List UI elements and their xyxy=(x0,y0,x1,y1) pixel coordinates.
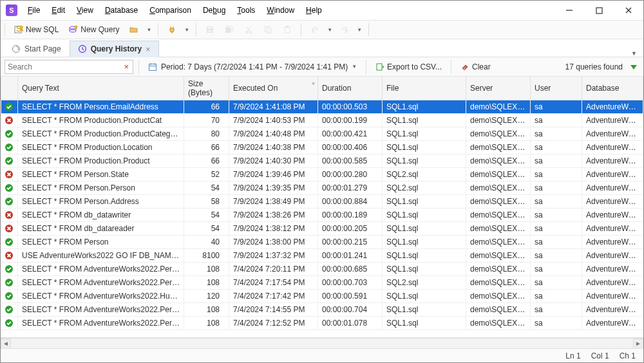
table-row[interactable]: SELECT * FROM Person.State527/9/2024 1:3… xyxy=(1,168,643,182)
connection-button[interactable] xyxy=(164,23,180,36)
status-col: Col 1 xyxy=(591,351,609,360)
col-database[interactable]: Database xyxy=(582,77,643,100)
cell-executed: 7/9/2024 1:39:46 PM xyxy=(229,168,318,182)
paste-icon xyxy=(283,25,292,34)
cell-user: sa xyxy=(531,263,582,276)
dropdown-icon[interactable]: ▼ xyxy=(326,27,334,33)
table-row[interactable]: SELECT * FROM Production.Location667/9/2… xyxy=(1,141,643,154)
col-status[interactable] xyxy=(1,77,18,100)
tab-query-history[interactable]: Query History × xyxy=(70,41,159,57)
menu-file[interactable]: File xyxy=(23,3,45,17)
save-button[interactable] xyxy=(202,23,218,36)
cell-server: demo\SQLEXPR... xyxy=(466,263,531,276)
column-filter-icon[interactable]: ▾ xyxy=(312,80,315,87)
period-label: Period: 7 Days (7/2/2024 1:41 PM - 7/9/2… xyxy=(161,62,348,71)
table-row[interactable]: SELECT * FROM AdventureWorks2022.Person.… xyxy=(1,263,643,276)
cell-size: 66 xyxy=(184,154,229,168)
table-row[interactable]: SELECT * FROM Person.Address587/9/2024 1… xyxy=(1,195,643,209)
tab-close-icon[interactable]: × xyxy=(146,45,151,53)
new-query-button[interactable]: New Query xyxy=(65,23,123,36)
cell-user: sa xyxy=(531,154,582,168)
menu-view[interactable]: View xyxy=(71,3,99,17)
paste-button[interactable] xyxy=(279,23,296,36)
cell-server: demo\SQLEXPR... xyxy=(466,276,531,290)
table-row[interactable]: SELECT * FROM Production.ProductCat707/9… xyxy=(1,114,643,127)
redo-button[interactable] xyxy=(336,23,353,36)
window-close-button[interactable] xyxy=(614,1,643,20)
clear-history-button[interactable]: Clear xyxy=(457,60,495,73)
menu-edit[interactable]: Edit xyxy=(46,3,70,17)
cell-query: SELECT * FROM Production.ProductCategory xyxy=(18,127,184,141)
export-csv-button[interactable]: Export to CSV... xyxy=(372,60,446,73)
menu-window[interactable]: Window xyxy=(261,3,299,17)
col-file[interactable]: File xyxy=(383,77,466,100)
clear-label: Clear xyxy=(472,62,491,71)
table-row[interactable]: SELECT * FROM Production.Product667/9/20… xyxy=(1,154,643,168)
cell-size: 66 xyxy=(184,141,229,154)
main-menu: FileEditViewDatabaseComparisonDebugTools… xyxy=(23,3,327,17)
menu-help[interactable]: Help xyxy=(301,3,327,17)
copy-button[interactable] xyxy=(260,23,276,36)
scroll-left-icon[interactable]: ◄ xyxy=(1,339,11,349)
undo-button[interactable] xyxy=(307,23,323,36)
search-input[interactable] xyxy=(8,62,122,71)
col-executed[interactable]: Executed On▾ xyxy=(229,77,318,100)
table-row[interactable]: SELECT * FROM AdventureWorks2022.Person.… xyxy=(1,276,643,290)
window-minimize-button[interactable] xyxy=(554,1,584,20)
save-all-button[interactable] xyxy=(221,23,238,36)
period-picker[interactable]: Period: 7 Days (7/2/2024 1:41 PM - 7/9/2… xyxy=(144,61,361,73)
col-user[interactable]: User xyxy=(531,77,582,100)
status-icon xyxy=(1,114,18,127)
tab-start-page[interactable]: Start Page xyxy=(3,41,70,57)
cut-icon xyxy=(244,25,253,34)
status-icon xyxy=(1,195,18,209)
cell-size: 40 xyxy=(184,236,229,249)
tabs-overflow-icon[interactable]: ▼ xyxy=(625,50,643,57)
menu-tools[interactable]: Tools xyxy=(232,3,260,17)
clear-search-icon[interactable]: × xyxy=(122,62,130,71)
cut-button[interactable] xyxy=(240,23,257,36)
open-button[interactable] xyxy=(126,23,142,36)
dropdown-icon[interactable]: ▼ xyxy=(183,27,191,33)
table-row[interactable]: SELECT * FROM Person.Person547/9/2024 1:… xyxy=(1,182,643,195)
dropdown-icon[interactable]: ▼ xyxy=(145,27,153,33)
menu-comparison[interactable]: Comparison xyxy=(144,3,196,17)
copy-icon xyxy=(263,25,272,34)
cell-database: AdventureWork... xyxy=(582,303,643,317)
cell-query: SELECT * FROM AdventureWorks2022.Person.… xyxy=(18,276,184,290)
table-row[interactable]: SELECT * FROM Production.ProductCategory… xyxy=(1,127,643,141)
cell-duration: 00:00:00.280 xyxy=(318,168,383,182)
calendar-icon xyxy=(148,62,157,71)
status-icon xyxy=(1,141,18,154)
cell-query: SELECT * FROM Person.Person xyxy=(18,182,184,195)
table-row[interactable]: SELECT * FROM db_datareader547/9/2024 1:… xyxy=(1,222,643,236)
cell-user: sa xyxy=(531,303,582,317)
new-sql-button[interactable]: SQL✦ New SQL xyxy=(10,23,62,36)
window-maximize-button[interactable] xyxy=(584,1,614,20)
cell-executed: 7/9/2024 1:41:08 PM xyxy=(229,100,318,114)
scroll-right-icon[interactable]: ► xyxy=(633,339,643,349)
status-ch: Ch 1 xyxy=(620,351,636,360)
horizontal-scrollbar[interactable]: ◄ ► xyxy=(1,338,643,348)
dropdown-icon[interactable]: ▼ xyxy=(355,27,363,33)
col-server[interactable]: Server xyxy=(466,77,531,100)
apply-filter-icon[interactable] xyxy=(628,61,639,73)
table-row[interactable]: SELECT * FROM AdventureWorks2022.Person.… xyxy=(1,303,643,317)
cell-file: SQL1.sql xyxy=(383,154,466,168)
table-row[interactable]: SELECT * FROM Person.EmailAddress667/9/2… xyxy=(1,100,643,114)
table-row[interactable]: SELECT * FROM db_datawriter547/9/2024 1:… xyxy=(1,209,643,222)
table-row[interactable]: SELECT * FROM AdventureWorks2022.HumanRe… xyxy=(1,290,643,303)
col-size[interactable]: Size (Bytes) xyxy=(184,77,229,100)
menu-debug[interactable]: Debug xyxy=(198,3,231,17)
table-row[interactable]: USE AdventureWorks2022 GO IF DB_NAME() <… xyxy=(1,249,643,263)
cell-query: SELECT * FROM Person.State xyxy=(18,168,184,182)
cell-query: SELECT * FROM AdventureWorks2022.Person.… xyxy=(18,317,184,330)
col-duration[interactable]: Duration xyxy=(318,77,383,100)
table-row[interactable]: SELECT * FROM AdventureWorks2022.Person.… xyxy=(1,317,643,330)
menu-database[interactable]: Database xyxy=(100,3,143,17)
col-query[interactable]: Query Text xyxy=(18,77,184,100)
cell-user: sa xyxy=(531,290,582,303)
table-row[interactable]: SELECT * FROM Person407/9/2024 1:38:00 P… xyxy=(1,236,643,249)
cell-database: AdventureWork... xyxy=(582,236,643,249)
cell-size: 54 xyxy=(184,182,229,195)
